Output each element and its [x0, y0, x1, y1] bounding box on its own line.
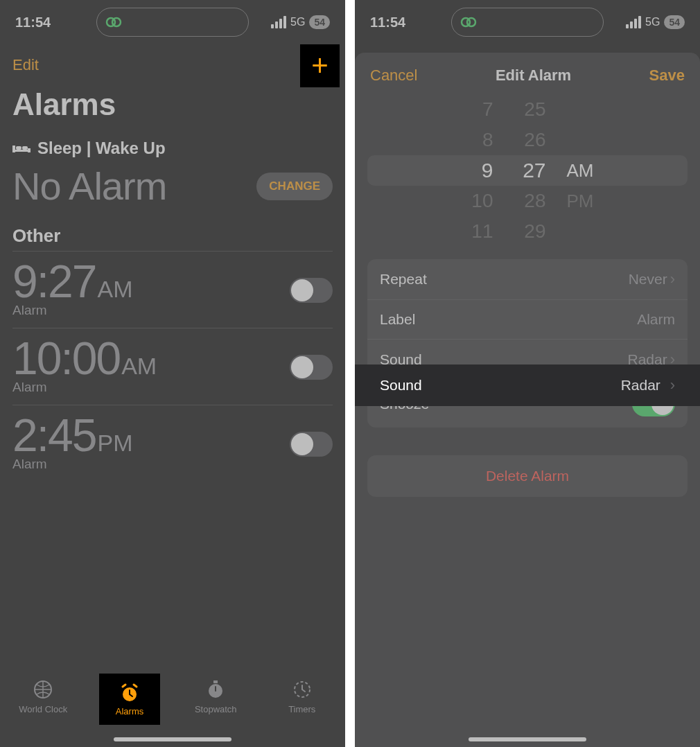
phone-left-alarms: 11:54 5G 54 Edit + Alarms Sleep | Wake U… [0, 0, 345, 747]
status-time: 11:54 [15, 15, 51, 30]
status-bar: 11:54 5G 54 [0, 0, 345, 44]
time-picker[interactable]: 7 8 9 10 11 25 26 27 28 29 . . AM PM . [367, 94, 688, 247]
tab-label: Stopwatch [195, 704, 237, 714]
plus-icon: + [311, 49, 329, 82]
phone-right-edit-alarm: 11:54 5G 54 Cancel Edit Alarm Save 7 8 9… [355, 0, 700, 747]
save-button[interactable]: Save [649, 67, 685, 85]
sleep-no-alarm: No Alarm [12, 164, 166, 209]
alarm-clock-icon [119, 683, 140, 703]
svg-rect-6 [22, 146, 28, 150]
sound-row[interactable]: Sound Radar › [355, 364, 700, 406]
status-bar: 11:54 5G 54 [355, 0, 700, 44]
dynamic-island [96, 8, 249, 37]
svg-rect-4 [28, 148, 30, 152]
tab-alarms-highlight[interactable]: Alarms [99, 674, 160, 725]
network-label: 5G [290, 16, 305, 28]
setting-label: Label [380, 311, 415, 328]
picker-minutes[interactable]: 25 26 27 28 29 [514, 96, 546, 245]
alarm-ampm: AM [121, 353, 157, 380]
other-header: Other [12, 225, 333, 247]
status-right: 5G 54 [271, 15, 330, 29]
add-alarm-button[interactable]: + [300, 44, 340, 87]
sleep-header-text: Sleep | Wake Up [37, 139, 166, 158]
alarm-time: 10:00 [12, 335, 120, 381]
edit-button[interactable]: Edit [12, 56, 39, 74]
alarm-time: 2:45 [12, 412, 96, 458]
globe-icon [33, 679, 53, 700]
battery-level: 54 [309, 15, 330, 29]
picker-ampm[interactable]: . . AM PM . [567, 96, 594, 245]
setting-value: Alarm [637, 311, 675, 328]
link-rings-icon [105, 15, 122, 30]
tab-label: World Clock [19, 704, 67, 714]
alarms-nav: Edit + [0, 44, 345, 83]
tab-bar: World Clock Alarms Stopwatch Timers [0, 671, 345, 747]
alarm-row[interactable]: 2:45PM Alarm [12, 405, 333, 482]
svg-rect-5 [16, 146, 21, 150]
alarm-ampm: PM [97, 430, 132, 457]
cancel-button[interactable]: Cancel [370, 67, 417, 85]
signal-icon [271, 16, 286, 28]
picker-hours[interactable]: 7 8 9 10 11 [462, 96, 493, 245]
home-indicator[interactable] [114, 737, 231, 741]
alarm-time: 9:27 [12, 258, 96, 304]
alarm-toggle[interactable] [290, 278, 333, 303]
bed-icon [12, 141, 30, 155]
tab-world-clock[interactable]: World Clock [8, 679, 78, 747]
svg-point-14 [467, 18, 475, 26]
tab-label: Alarms [116, 706, 143, 717]
svg-rect-3 [12, 146, 15, 152]
sleep-section: Sleep | Wake Up No Alarm CHANGE Other 9:… [0, 139, 345, 482]
sheet-title: Edit Alarm [496, 67, 571, 85]
stopwatch-icon [205, 679, 226, 700]
delete-alarm-button[interactable]: Delete Alarm [367, 455, 688, 497]
setting-value: Never [629, 271, 667, 288]
sleep-header: Sleep | Wake Up [12, 139, 333, 158]
alarm-row[interactable]: 10:00AM Alarm [12, 328, 333, 405]
network-label: 5G [645, 16, 660, 28]
setting-value: Radar [621, 377, 660, 394]
battery-level: 54 [664, 15, 685, 29]
timer-icon [292, 679, 313, 700]
repeat-row[interactable]: Repeat Never› [367, 259, 688, 300]
svg-point-1 [112, 18, 121, 26]
sheet-nav: Cancel Edit Alarm Save [355, 53, 700, 90]
status-right: 5G 54 [626, 15, 685, 29]
signal-icon [626, 16, 641, 28]
tab-timers[interactable]: Timers [268, 679, 337, 747]
alarm-toggle[interactable] [290, 355, 333, 380]
link-rings-icon [460, 15, 477, 30]
page-title: Alarms [0, 83, 345, 129]
tab-label: Timers [288, 704, 315, 714]
alarm-ampm: AM [97, 276, 132, 303]
label-row[interactable]: Label Alarm [367, 300, 688, 340]
chevron-right-icon: › [670, 376, 675, 394]
status-time: 11:54 [370, 15, 405, 30]
change-sleep-button[interactable]: CHANGE [256, 173, 333, 200]
home-indicator[interactable] [469, 737, 586, 741]
alarm-row[interactable]: 9:27AM Alarm [12, 251, 333, 328]
dynamic-island [451, 8, 604, 37]
chevron-right-icon: › [670, 270, 675, 288]
setting-label: Repeat [380, 271, 427, 288]
alarm-toggle[interactable] [290, 432, 333, 457]
setting-label: Sound [380, 377, 422, 394]
svg-rect-10 [213, 680, 218, 683]
